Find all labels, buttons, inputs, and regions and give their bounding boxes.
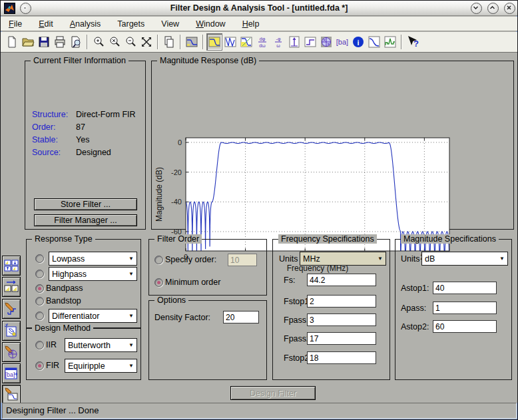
zoom-out-icon[interactable]: [123, 33, 138, 51]
zoom-x-icon[interactable]: [107, 33, 123, 51]
filter-specifications-icon[interactable]: [184, 33, 200, 51]
minimize-button[interactable]: [471, 3, 482, 14]
menu-bar: File Edit Analysis Targets View Window H…: [1, 17, 517, 31]
plot-title: Magnitude Response (dB): [157, 56, 259, 65]
status-bar: Designing Filter ... Done: [2, 403, 517, 419]
radio-lowpass[interactable]: [35, 254, 44, 263]
group-delay-icon[interactable]: dφdω: [254, 33, 270, 51]
round-off-noise-power-spectrum-icon[interactable]: [382, 33, 398, 51]
fs-field[interactable]: [307, 274, 376, 286]
astop2-field[interactable]: [433, 320, 497, 333]
magnitude-and-phase-icon[interactable]: [238, 33, 254, 51]
phase-response-icon[interactable]: [222, 33, 238, 51]
astop2-label: Astop2:: [401, 322, 429, 331]
create-multirate-filter-icon[interactable]: [2, 256, 21, 276]
toolbar-separator: [157, 35, 158, 49]
radio-fir[interactable]: [35, 361, 44, 370]
frequency-units-dropdown[interactable]: MHz▼: [300, 252, 386, 266]
stable-label: Stable:: [32, 135, 58, 144]
chevron-down-icon: ▼: [497, 256, 507, 262]
bandpass-label: Bandpass: [46, 284, 83, 293]
fstop1-field[interactable]: [307, 295, 376, 308]
magnitude-response-icon[interactable]: [206, 33, 222, 51]
menu-targets[interactable]: Targets: [116, 18, 146, 30]
order-value: 87: [76, 122, 85, 132]
differentiator-dropdown[interactable]: Differentiator▼: [49, 309, 137, 323]
svg-text:0: 0: [178, 138, 182, 146]
print-icon[interactable]: [52, 33, 68, 51]
pole-zero-editor-icon[interactable]: [2, 342, 21, 362]
realize-model-icon[interactable]: [2, 321, 21, 341]
context-help-icon[interactable]: ?: [405, 33, 421, 51]
radio-differentiator[interactable]: [35, 312, 44, 320]
radio-specify-order[interactable]: [154, 256, 163, 264]
radio-bandstop[interactable]: [35, 297, 44, 306]
fir-label: FIR: [46, 361, 59, 370]
title-bar[interactable]: Filter Design & Analysis Tool - [untitle…: [1, 1, 517, 16]
impulse-response-icon[interactable]: [286, 33, 302, 51]
filter-coefficients-icon[interactable]: [ba]: [334, 33, 350, 51]
store-filter-button[interactable]: Store Filter ...: [34, 198, 137, 210]
zoom-in-icon[interactable]: [91, 33, 107, 51]
filter-information-icon[interactable]: i: [350, 33, 366, 51]
source-label: Source:: [32, 148, 61, 157]
open-session-icon[interactable]: [20, 33, 36, 51]
response-type-panel: Response Type Lowpass▼ Highpass▼ Bandpas…: [26, 239, 141, 328]
print-preview-icon[interactable]: [68, 33, 84, 51]
density-factor-field[interactable]: [223, 311, 259, 323]
set-quantization-parameters-icon[interactable]: [2, 299, 21, 319]
highpass-dropdown[interactable]: Highpass▼: [49, 267, 137, 281]
magnitude-units-dropdown[interactable]: dB▼: [421, 252, 508, 266]
panel-title: Filter Order: [154, 234, 202, 244]
chevron-down-icon: ▼: [375, 256, 386, 262]
menu-window[interactable]: Window: [194, 18, 226, 30]
toolbar-separator: [87, 35, 88, 49]
iir-method-dropdown[interactable]: Butterworth▼: [65, 338, 137, 352]
menu-file[interactable]: File: [7, 18, 23, 30]
print-to-figure-icon[interactable]: [161, 33, 177, 51]
chevron-down-icon: ▼: [126, 313, 136, 319]
radio-bandpass[interactable]: [35, 284, 44, 293]
close-button[interactable]: [504, 3, 515, 14]
svg-text:-φ: -φ: [276, 37, 281, 42]
magnitude-response-estimate-icon[interactable]: [366, 33, 382, 51]
maximize-button[interactable]: [487, 3, 499, 14]
panel-title: Response Type: [32, 234, 95, 244]
chevron-down-icon: ▼: [126, 256, 136, 262]
specify-order-field[interactable]: [228, 254, 257, 266]
transform-filter-icon[interactable]: [2, 277, 21, 297]
fdatool-window: Filter Design & Analysis Tool - [untitle…: [0, 0, 518, 420]
radio-iir[interactable]: [35, 341, 44, 349]
menu-analysis[interactable]: Analysis: [69, 18, 103, 30]
units-label: Units: [401, 254, 419, 264]
toolbar: dφdω -φω [ba] i ?: [1, 32, 517, 53]
menu-edit[interactable]: Edit: [37, 18, 55, 30]
stable-value: Yes: [76, 135, 89, 144]
lowpass-dropdown[interactable]: Lowpass▼: [49, 252, 137, 266]
new-session-icon[interactable]: [4, 33, 20, 51]
fpass1-field[interactable]: [307, 314, 376, 326]
apass-field[interactable]: [433, 302, 497, 314]
fir-method-dropdown[interactable]: Equiripple▼: [65, 359, 137, 373]
radio-highpass[interactable]: [35, 270, 44, 278]
step-response-icon[interactable]: [302, 33, 318, 51]
astop1-field[interactable]: [433, 282, 497, 294]
svg-text:[ba]: [ba]: [336, 38, 348, 46]
menu-view[interactable]: View: [160, 18, 180, 30]
pole-zero-plot-icon[interactable]: [318, 33, 334, 51]
phase-delay-icon[interactable]: -φω: [270, 33, 286, 51]
order-label: Order:: [32, 122, 55, 132]
radio-minimum-order[interactable]: [154, 278, 163, 287]
menu-help[interactable]: Help: [241, 18, 261, 30]
apass-label: Apass:: [401, 304, 426, 313]
panel-title: Options: [154, 296, 188, 305]
svg-text:[ba]: [ba]: [5, 371, 15, 378]
full-view-icon[interactable]: [138, 33, 154, 51]
design-filter-icon[interactable]: [2, 385, 21, 405]
fpass2-field[interactable]: [307, 332, 376, 345]
save-session-icon[interactable]: [36, 33, 52, 51]
fstop2-field[interactable]: [307, 351, 376, 364]
design-filter-button[interactable]: Design Filter: [230, 386, 316, 400]
filter-manager-button[interactable]: Filter Manager ...: [34, 214, 137, 226]
import-filter-icon[interactable]: [ba]: [2, 363, 21, 383]
